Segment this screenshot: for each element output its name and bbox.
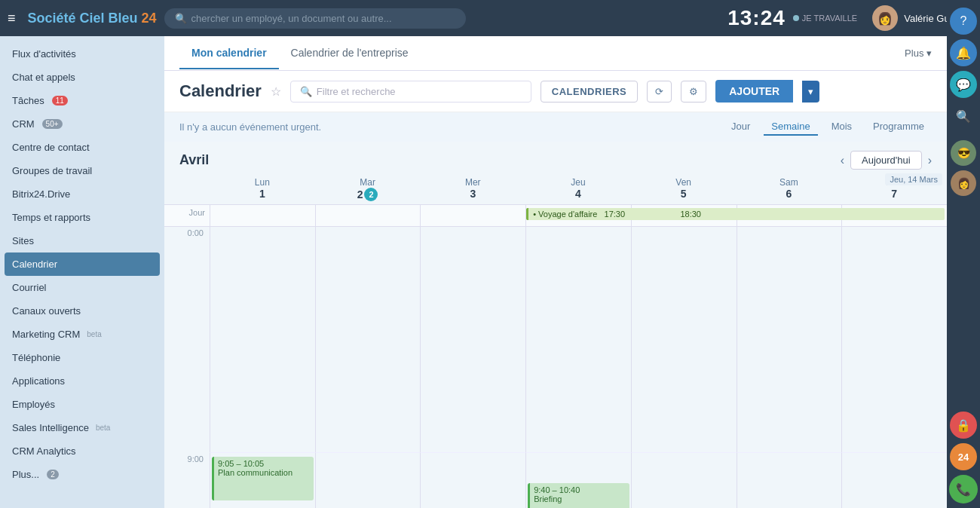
sidebar-item-calendrier[interactable]: Calendrier	[5, 252, 160, 276]
sidebar-item-sites[interactable]: Sites	[0, 229, 164, 252]
sales-beta: beta	[96, 424, 110, 432]
avatar-contact-1[interactable]: 😎	[951, 140, 976, 166]
avatar-contact-2[interactable]: 👩	[951, 170, 976, 196]
voyage-event[interactable]: • Voyage d'affaire 17:30 18:30	[526, 208, 945, 220]
b24-button[interactable]: 24	[950, 443, 977, 470]
topbar: ≡ Société Ciel Bleu 24 🔍 13:24 JE TRAVAI…	[0, 0, 980, 36]
phone-button[interactable]: 📞	[949, 475, 978, 503]
next-button[interactable]: ›	[928, 154, 932, 167]
ajouter-button[interactable]: AJOUTER	[715, 80, 793, 103]
sidebar-item-contact[interactable]: Centre de contact	[0, 136, 164, 159]
event-title: Plan communication	[218, 468, 310, 477]
filter-search-icon: 🔍	[300, 86, 312, 97]
urgent-message: Il n'y a aucun événement urgent.	[179, 121, 321, 133]
filter-input[interactable]	[317, 86, 522, 97]
prev-button[interactable]: ‹	[841, 154, 844, 167]
time-0000: 0:00	[164, 227, 210, 272]
notifications-button[interactable]: 🔔	[950, 39, 977, 66]
cell-dim-0	[841, 227, 947, 453]
sidebar-item-label: Marketing CRM	[12, 329, 80, 340]
search-box: 🔍	[164, 8, 466, 29]
cell-mer-9	[420, 453, 525, 508]
mar-badge: 2	[364, 188, 378, 201]
sidebar-item-label: Canaux ouverts	[12, 305, 81, 317]
sidebar-item-groupes[interactable]: Groupes de travail	[0, 159, 164, 182]
sidebar-item-chat[interactable]: Chat et appels	[0, 66, 164, 89]
event-plan-comm[interactable]: 9:05 – 10:05 Plan communication	[212, 457, 314, 500]
view-programme[interactable]: Programme	[865, 118, 932, 136]
event-time: 9:05 – 10:05	[218, 459, 310, 468]
sidebar-item-telephonie[interactable]: Téléphonie	[0, 346, 164, 369]
sidebar-item-label: Courriel	[12, 282, 47, 293]
day-number: 2 2	[357, 188, 378, 201]
tabs-bar: Mon calendrier Calendrier de l'entrepris…	[164, 36, 947, 71]
tab-plus[interactable]: Plus ▾	[905, 47, 932, 59]
calendriers-button[interactable]: CALENDRIERS	[541, 81, 638, 103]
cell-dim-9	[841, 453, 947, 508]
day-header-ven: Ven 5	[631, 174, 737, 205]
sidebar-item-canaux[interactable]: Canaux ouverts	[0, 299, 164, 323]
day-header-sam: Sam 6	[737, 174, 842, 205]
view-jour[interactable]: Jour	[724, 118, 758, 136]
main-layout: Flux d'activités Chat et appels Tâches 1…	[0, 36, 980, 508]
calendar-header: Calendrier ☆ 🔍 CALENDRIERS ⟳ ⚙ AJOUTER ▾	[164, 71, 947, 112]
sidebar-item-label: Employés	[12, 399, 55, 410]
sidebar-item-marketing[interactable]: Marketing CRM beta	[0, 323, 164, 346]
favorite-star-icon[interactable]: ☆	[271, 84, 281, 99]
sidebar-item-sales[interactable]: Sales Intelligence beta	[0, 416, 164, 439]
day-number: 1	[211, 188, 314, 200]
event-time: 9:40 – 10:40	[534, 485, 626, 494]
sidebar-item-employes[interactable]: Employés	[0, 393, 164, 416]
allday-lun	[210, 205, 315, 226]
sidebar-item-label: Sites	[12, 235, 34, 246]
global-search-button[interactable]: 🔍	[950, 103, 977, 130]
time-col-header	[164, 174, 210, 205]
tab-entreprise[interactable]: Calendrier de l'entreprise	[279, 38, 421, 69]
search-input[interactable]	[191, 13, 455, 24]
sidebar-item-plus[interactable]: Plus... 2	[0, 463, 164, 486]
messages-button[interactable]: 💬	[950, 71, 977, 98]
sidebar-item-taches[interactable]: Tâches 11	[0, 89, 164, 112]
lock-button[interactable]: 🔒	[950, 412, 977, 439]
sidebar-item-label: CRM Analytics	[12, 445, 76, 457]
sidebar-item-label: Chat et appels	[12, 72, 75, 83]
day-headers-row: Lun 1 Mar 2 2 Mer 3 Jeu 4	[164, 174, 947, 205]
cell-lun-0	[210, 227, 315, 453]
allday-mar	[315, 205, 421, 226]
right-icon-bar: ? 🔔 💬 🔍 😎 👩 🔒 24 📞	[947, 36, 980, 508]
sidebar-item-drive[interactable]: Bitrix24.Drive	[0, 182, 164, 206]
sidebar-item-analytics[interactable]: CRM Analytics	[0, 439, 164, 463]
cell-sam-0	[737, 227, 842, 453]
allday-mer	[420, 205, 525, 226]
page-title: Calendrier	[179, 81, 262, 101]
sidebar-item-flux[interactable]: Flux d'activités	[0, 42, 164, 66]
content-area: Mon calendrier Calendrier de l'entrepris…	[164, 36, 947, 508]
menu-icon[interactable]: ≡	[8, 11, 16, 26]
logo-num: 24	[142, 11, 157, 26]
sidebar-item-label: Applications	[12, 375, 65, 387]
today-button[interactable]: Aujourd'hui	[850, 151, 922, 170]
sidebar-item-applications[interactable]: Applications	[0, 369, 164, 393]
sidebar-item-label: Calendrier	[12, 259, 57, 270]
sidebar-item-courriel[interactable]: Courriel	[0, 276, 164, 299]
cell-mar-0	[315, 227, 421, 453]
sidebar-item-label: Sales Intelligence	[12, 422, 89, 433]
crm-badge: 50+	[42, 119, 63, 129]
sidebar-item-crm[interactable]: CRM 50+	[0, 112, 164, 136]
ajouter-dropdown-button[interactable]: ▾	[802, 81, 819, 103]
day-header-lun: Lun 1	[210, 174, 315, 205]
refresh-button[interactable]: ⟳	[647, 81, 672, 103]
sidebar-item-temps[interactable]: Temps et rapports	[0, 206, 164, 229]
status-dot	[793, 15, 799, 21]
taches-badge: 11	[52, 96, 68, 106]
view-mois[interactable]: Mois	[824, 118, 859, 136]
event-label: • Voyage d'affaire 17:30 18:30	[533, 210, 701, 219]
sidebar-item-label: Temps et rapports	[12, 212, 90, 223]
day-name: Jeu	[527, 177, 629, 188]
filter-box: 🔍	[290, 81, 531, 103]
view-semaine[interactable]: Semaine	[764, 118, 817, 136]
event-briefing[interactable]: 9:40 – 10:40 Briefing	[528, 483, 629, 508]
tab-mon-calendrier[interactable]: Mon calendrier	[179, 38, 279, 69]
avatar: 👩	[872, 5, 898, 31]
settings-button[interactable]: ⚙	[681, 81, 706, 103]
